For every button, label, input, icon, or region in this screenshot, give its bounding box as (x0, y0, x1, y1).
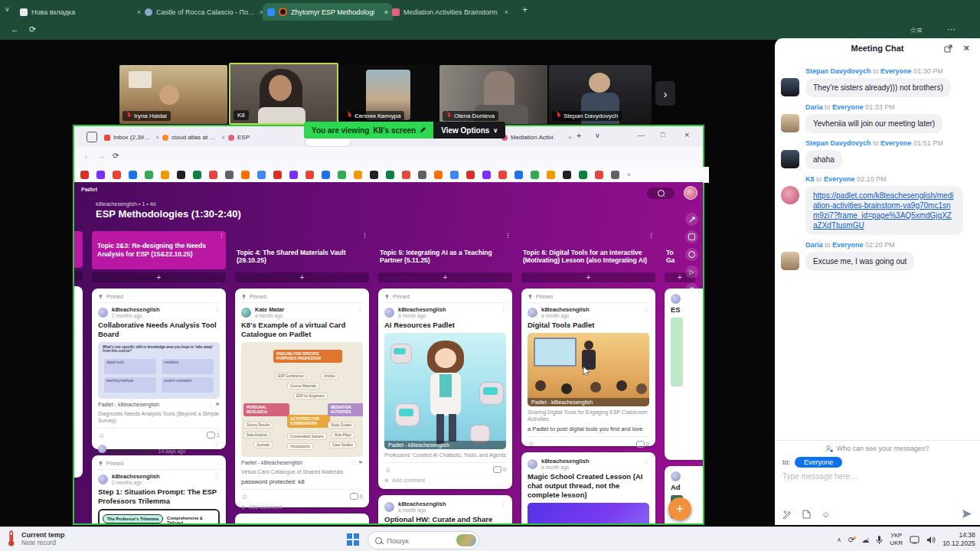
embedded-image[interactable]: The Professor's Trilemma Comprehensive &… (98, 509, 220, 523)
reload-icon[interactable]: ⟳ (29, 24, 36, 34)
bookmark-favicon[interactable] (305, 171, 314, 179)
participant-video-stepan[interactable]: Stepan Davydovych (549, 65, 652, 124)
padlet-card-ai-resources[interactable]: Pinned k8teachesenglish a month ago ⋮ AI… (378, 289, 512, 489)
weather-widget[interactable]: Current temp Near record (6, 530, 65, 547)
attach-file-icon[interactable] (802, 510, 811, 519)
tray-expand-icon[interactable]: ∧ (837, 536, 841, 543)
more-options-icon[interactable]: ⋯ (685, 301, 698, 314)
search-box[interactable]: Пошук (368, 531, 479, 549)
microphone-icon[interactable] (876, 535, 883, 545)
clock[interactable]: 14:3810.12.2025 (942, 531, 975, 547)
firefox-tab-inbox[interactable]: Inbox (2,397) - k × (100, 129, 163, 145)
close-tab-icon[interactable]: × (568, 134, 572, 141)
classroom-illustration[interactable]: Padlet - k8teachesenglish (528, 333, 649, 406)
bookmark-favicon[interactable] (177, 171, 185, 179)
card-menu-icon[interactable]: ⋮ (214, 473, 220, 480)
bookmark-favicon[interactable] (241, 171, 250, 179)
bookmark-favicon[interactable] (482, 171, 491, 179)
card-menu-icon[interactable]: ⋮ (500, 306, 506, 313)
bookmark-favicon[interactable] (498, 171, 507, 179)
padlet-card-magic-school[interactable]: k8teachesenglish a month ago ⋮ Magic Sch… (521, 452, 655, 523)
add-post-fab[interactable]: + (668, 497, 691, 520)
bookmark-favicon[interactable] (354, 171, 362, 179)
bookmark-favicon[interactable] (289, 171, 298, 179)
column-header[interactable]: Topic 2&3: Re-designing the Needs Analys… (92, 231, 226, 269)
padlet-card-digital-tools[interactable]: Pinned k8teachesenglish a month ago ⋮ Di… (521, 289, 655, 446)
ai-resources-illustration[interactable]: Padlet - k8teachesenglish (384, 333, 506, 449)
bookmark-favicon[interactable] (96, 171, 105, 179)
bookmark-favicon[interactable] (514, 171, 523, 179)
bookmark-favicon[interactable] (193, 171, 201, 179)
add-post-button[interactable]: + (235, 272, 369, 282)
add-post-button[interactable]: + (92, 272, 226, 282)
bookmark-favicon[interactable] (531, 171, 539, 179)
bookmark-favicon[interactable] (338, 171, 346, 179)
close-tab-icon[interactable]: × (505, 8, 508, 16)
column-header[interactable]: Topic 5: Integrating AI as a Teaching Pa… (378, 231, 512, 269)
bookmark-favicon[interactable] (547, 171, 555, 179)
add-comment-button[interactable]: ⊕Add comment (384, 478, 506, 484)
browser-tab-search[interactable]: Castle of Rocca Calascio - Пошук × (140, 3, 268, 21)
qr-code-icon[interactable] (685, 248, 698, 261)
bookmark-favicon[interactable] (563, 171, 571, 179)
favorites-bar-icon[interactable]: ☆≡ (910, 25, 922, 35)
bookmarks-bar[interactable]: » (74, 167, 709, 183)
bookmark-favicon[interactable] (595, 171, 603, 179)
padlet-card-partial[interactable] (235, 514, 369, 523)
reaction-icon[interactable]: ☺ (384, 466, 391, 474)
participant-video-yevheniia[interactable]: Євгенія Канчура (340, 65, 438, 124)
chat-messages[interactable]: Stepan Davydovych to Everyone 01:30 PM T… (775, 58, 980, 440)
column-header[interactable]: Topic 4: The Shared Materials Vault (29.… (235, 231, 369, 269)
close-window-icon[interactable]: × (684, 130, 689, 139)
comment-count[interactable]: 1 (207, 432, 220, 439)
comment-menu-icon[interactable]: ⋮ (214, 442, 220, 449)
back-icon[interactable]: ← (83, 152, 91, 160)
minimize-icon[interactable]: — (638, 132, 645, 139)
tab-list-chevron-icon[interactable]: ∨ (595, 132, 600, 139)
magic-school-image[interactable] (528, 503, 649, 523)
bookmark-favicon[interactable] (579, 171, 587, 179)
column-menu-icon[interactable]: ⋮ (362, 233, 368, 240)
bookmark-favicon[interactable] (161, 171, 169, 179)
participant-video-olena[interactable]: Olena Dunieva (439, 65, 547, 124)
column-menu-icon[interactable]: ⋮ (648, 233, 654, 240)
add-comment-button[interactable]: ⊕Add comment (241, 504, 363, 510)
card-menu-icon[interactable]: ⋮ (643, 458, 649, 465)
column-menu-icon[interactable]: ⋮ (505, 233, 511, 240)
firefox-tab-mediation[interactable]: Mediation Activi × (498, 129, 576, 145)
bookmark-favicon[interactable] (611, 171, 619, 179)
card-menu-icon[interactable]: ⋮ (643, 306, 649, 313)
bookmark-favicon[interactable] (370, 171, 378, 179)
search-highlight-image[interactable] (456, 534, 476, 546)
reload-icon[interactable]: ⟳ (113, 152, 119, 160)
mindmap-image[interactable]: ENGLISH FOR SPECIFIC PURPOSES PROFESSOR … (241, 342, 363, 457)
firefox-tab-esp[interactable]: ESP (224, 129, 309, 145)
bookmark-favicon[interactable] (145, 171, 153, 179)
bookmark-favicon[interactable] (209, 171, 217, 179)
pop-out-icon[interactable] (944, 44, 952, 53)
padlet-card-card-catalogue[interactable]: Pinned Kate Matar a month ago ⋮ K8's Exa… (235, 289, 369, 507)
message-input[interactable]: Type message here ... (782, 472, 972, 509)
bookmark-favicon[interactable] (225, 171, 234, 179)
next-participants-button[interactable]: › (655, 81, 675, 106)
format-text-icon[interactable] (782, 510, 792, 519)
padlet-card-needs-analysis[interactable]: Pinned k8teachesenglish 2 months ago ⋮ C… (92, 289, 226, 449)
bookmark-favicon[interactable] (273, 171, 282, 179)
tab-search-chevron-icon[interactable]: ∨ (5, 5, 10, 13)
slideshow-icon[interactable]: ▷ (685, 266, 698, 279)
board-avatar[interactable] (684, 186, 697, 200)
add-post-button[interactable]: + (378, 272, 512, 282)
remake-board-icon[interactable] (685, 230, 698, 243)
bookmark-favicon[interactable] (129, 171, 137, 179)
menu-dots-icon[interactable]: ⋯ (947, 24, 956, 34)
share-board-icon[interactable] (685, 213, 698, 226)
bookmark-favicon[interactable] (257, 171, 266, 179)
forward-icon[interactable]: → (97, 152, 105, 160)
column-header[interactable]: Topic 6: Digital Tools for an Interactiv… (521, 231, 655, 269)
browser-tab-zoom-active[interactable]: Zhytomyr ESP Methodologi × (263, 3, 393, 21)
card-menu-icon[interactable]: ⋮ (500, 500, 506, 507)
comment-count[interactable]: 0 (350, 493, 363, 500)
card-menu-icon[interactable]: ⋮ (357, 306, 363, 313)
card-menu-icon[interactable]: ⋮ (214, 306, 220, 313)
reaction-icon[interactable]: ☺ (98, 432, 105, 439)
